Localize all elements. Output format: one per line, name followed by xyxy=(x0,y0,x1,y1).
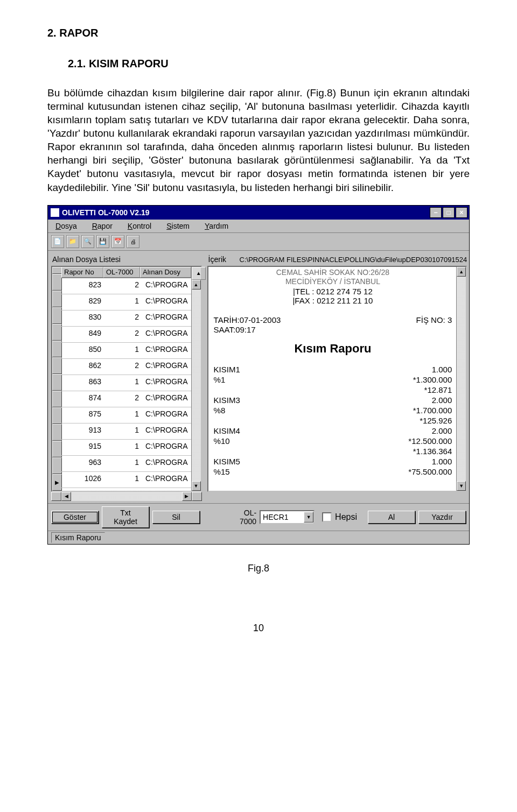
report-line: TARİH:07-01-2003 FİŞ NO: 3 xyxy=(214,315,452,325)
table-row[interactable]: 9151C:\PROGRA xyxy=(61,440,191,456)
grid-body[interactable]: 8232C:\PROGRA8291C:\PROGRA8302C:\PROGRA8… xyxy=(61,278,191,491)
menu-label: apor xyxy=(97,222,113,230)
table-row[interactable]: 8291C:\PROGRA xyxy=(61,294,191,310)
txt-kaydet-button[interactable]: Txt Kaydet xyxy=(102,506,149,528)
table-row[interactable]: 8751C:\PROGRA xyxy=(61,407,191,423)
scroll-right-arrow-icon[interactable]: ▶ xyxy=(182,492,192,501)
cell-ol7000: 2 xyxy=(104,310,142,326)
table-row[interactable]: 8232C:\PROGRA xyxy=(61,278,191,294)
maximize-button[interactable]: □ xyxy=(443,207,455,218)
report-line: MECİDİYEKÖY / İSTANBUL xyxy=(214,277,452,287)
toolbar-icon-5[interactable]: 📅 xyxy=(111,235,124,248)
terminal-combo[interactable]: ▼ xyxy=(260,510,315,524)
cell-ol7000: 2 xyxy=(104,359,142,375)
table-row[interactable]: 8622C:\PROGRA xyxy=(61,359,191,375)
cell-ol7000: 1 xyxy=(104,472,142,488)
menu-rapor[interactable]: Rapor xyxy=(85,222,120,230)
cell-path: C:\PROGRA xyxy=(142,391,191,407)
cell-rapor-no: 1026 xyxy=(61,472,104,488)
page-number: 10 xyxy=(47,623,470,634)
report-line: %8*1.700.000 xyxy=(214,405,452,415)
scroll-up-arrow-icon[interactable]: ▲ xyxy=(457,267,466,277)
toolbar-icon-1[interactable]: 📄 xyxy=(51,235,64,248)
row-marker: ▶ xyxy=(52,474,62,491)
cell-path: C:\PROGRA xyxy=(142,343,191,358)
table-row[interactable]: 10261C:\PROGRA xyxy=(61,472,191,488)
table-row[interactable]: 8302C:\PROGRA xyxy=(61,310,191,327)
model-label: OL-7000 xyxy=(228,509,256,526)
cell-rapor-no: 823 xyxy=(61,278,104,294)
hepsi-checkbox[interactable]: Hepsi xyxy=(322,512,357,522)
file-list-grid[interactable]: ▶ Rapor No OL-7000 Alınan Dosy 8232C:\PR… xyxy=(51,266,202,492)
horizontal-scrollbar[interactable]: ◀ ▶ xyxy=(51,492,202,501)
table-row[interactable]: 9631C:\PROGRA xyxy=(61,456,191,472)
cell-ol7000: 2 xyxy=(104,391,142,407)
table-row[interactable]: 8501C:\PROGRA xyxy=(61,343,191,359)
scroll-track[interactable] xyxy=(457,277,466,481)
cell-ol7000: 1 xyxy=(104,407,142,423)
cell-path: C:\PROGRA xyxy=(142,423,191,439)
menu-sistem[interactable]: Sistem xyxy=(159,222,197,230)
report-line: KISIM11.000 xyxy=(214,364,452,375)
table-row[interactable]: 8742C:\PROGRA xyxy=(61,391,191,407)
col-alinan-dosya[interactable]: Alınan Dosy xyxy=(140,267,191,278)
yazdir-button[interactable]: Yazdır xyxy=(418,511,466,524)
al-button[interactable]: Al xyxy=(368,511,415,524)
report-line: KISIM42.000 xyxy=(214,426,452,436)
hscroll-corner2 xyxy=(192,492,202,501)
toolbar-icon-3[interactable]: 🔍 xyxy=(81,235,94,248)
subsection-heading: 2.1. KISIM RAPORU xyxy=(47,58,470,70)
sil-button[interactable]: Sil xyxy=(152,511,200,524)
cell-ol7000: 1 xyxy=(104,456,142,471)
scroll-corner-icon[interactable]: ▲ xyxy=(192,267,206,280)
toolbar-icon-2[interactable]: 📁 xyxy=(66,235,79,248)
report-line: CEMAL SAHİR SOKAK NO:26/28 xyxy=(214,268,452,278)
scroll-down-arrow-icon[interactable]: ▼ xyxy=(192,481,201,491)
report-vertical-scrollbar[interactable]: ▲ ▼ xyxy=(456,267,466,491)
terminal-combo-input[interactable] xyxy=(261,513,304,521)
cell-ol7000: 1 xyxy=(104,343,142,358)
toolbar-icon-4[interactable]: 💾 xyxy=(96,235,109,248)
cell-rapor-no: 913 xyxy=(61,423,104,439)
col-ol7000[interactable]: OL-7000 xyxy=(103,267,140,278)
cell-rapor-no: 850 xyxy=(61,343,104,358)
row-marker xyxy=(52,341,62,357)
table-row[interactable]: 9131C:\PROGRA xyxy=(61,423,191,440)
cell-path: C:\PROGRA xyxy=(142,310,191,326)
cell-rapor-no: 863 xyxy=(61,375,104,391)
scroll-up-arrow-icon[interactable]: ▲ xyxy=(192,280,201,290)
window-title: OLIVETTI OL-7000 V2.19 xyxy=(62,208,430,217)
scroll-track[interactable] xyxy=(192,290,201,481)
button-bar: Göster Txt Kaydet Sil OL-7000 ▼ Hepsi Al… xyxy=(48,503,469,531)
menu-dosya[interactable]: Dosya xyxy=(48,222,85,230)
close-button[interactable]: × xyxy=(456,207,467,218)
toolbar-icon-6[interactable]: 🖨 xyxy=(127,235,139,248)
col-rapor-no[interactable]: Rapor No xyxy=(61,267,103,278)
cell-path: C:\PROGRA xyxy=(142,375,191,391)
goster-button[interactable]: Göster xyxy=(51,511,99,524)
checkbox-box-icon[interactable] xyxy=(322,512,332,522)
cell-rapor-no: 963 xyxy=(61,456,104,471)
menu-yardim[interactable]: Yardım xyxy=(197,222,236,230)
menu-label: osya xyxy=(61,222,77,230)
minimize-button[interactable]: − xyxy=(430,207,442,218)
status-text: Kısım Raporu xyxy=(51,532,105,543)
menu-kontrol[interactable]: Kontrol xyxy=(120,222,159,230)
report-fisno: FİŞ NO: 3 xyxy=(416,315,452,324)
scroll-left-arrow-icon[interactable]: ◀ xyxy=(61,492,71,501)
hscroll-track[interactable] xyxy=(71,492,182,501)
cell-path: C:\PROGRA xyxy=(142,359,191,375)
vertical-scrollbar[interactable]: ▲ ▲ ▼ xyxy=(191,267,201,491)
cell-rapor-no: 862 xyxy=(61,359,104,375)
combo-arrow-icon[interactable]: ▼ xyxy=(304,512,313,522)
cell-path: C:\PROGRA xyxy=(142,472,191,488)
cell-path: C:\PROGRA xyxy=(142,278,191,294)
report-line: |TEL : 0212 274 75 12 xyxy=(214,287,452,296)
scroll-down-arrow-icon[interactable]: ▼ xyxy=(457,481,466,491)
cell-path: C:\PROGRA xyxy=(142,407,191,423)
table-row[interactable]: 8492C:\PROGRA xyxy=(61,327,191,343)
table-row[interactable]: 8631C:\PROGRA xyxy=(61,375,191,391)
row-marker xyxy=(52,291,62,307)
header-marker xyxy=(52,267,62,274)
row-marker xyxy=(52,374,62,391)
